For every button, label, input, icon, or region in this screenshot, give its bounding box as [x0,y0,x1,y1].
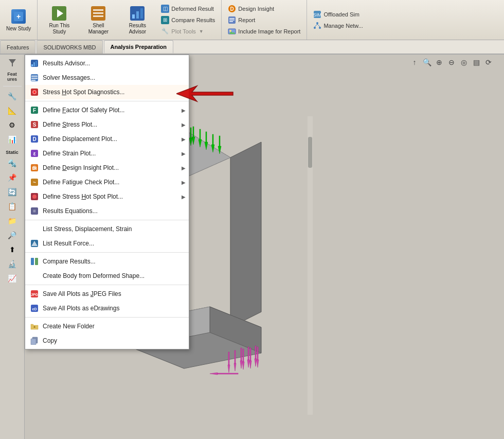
svg-point-24 [314,27,316,29]
view-icon-2[interactable]: 🔍 [422,57,432,67]
sidebar-icon-13[interactable]: 📈 [3,272,22,285]
view-icon-7[interactable]: ⟳ [483,57,494,67]
svg-rect-94 [206,132,207,142]
define-stress-label: Define Stress Plot... [43,121,97,128]
sidebar-icon-7[interactable]: 🔄 [3,186,22,198]
deformed-result-button[interactable]: ◫ Deformed Result [158,4,218,14]
include-image-button[interactable]: Include Image for Report [225,26,303,37]
view-icon-5[interactable]: ◎ [459,57,469,67]
menu-save-jpeg[interactable]: JPG Save All Plots as JPEG Files [25,287,189,301]
define-displacement-arrow: ▶ [182,136,186,142]
tab-features[interactable]: Features [0,40,35,54]
manage-network-button[interactable]: Manage Netw... [310,21,366,31]
menu-define-design-insight[interactable]: DI Define Design Insight Plot... ▶ [25,161,189,175]
sidebar-icon-12[interactable]: 🔬 [3,258,22,270]
menu-define-strain[interactable]: ε Define Strain Plot... ▶ [25,146,189,161]
results-equations-icon: = [29,206,40,216]
define-strain-arrow: ▶ [182,151,186,156]
menu-define-stress-hotspot[interactable]: Define Stress Hot Spot Plot... ▶ [25,189,189,204]
menu-create-body[interactable]: Create Body from Deformed Shape... [25,269,189,283]
sidebar-icon-6[interactable]: 📌 [3,171,22,184]
manage-network-label: Manage Netw... [323,23,363,29]
svg-text:ε: ε [33,151,36,156]
design-section: D Design Insight Report [222,0,307,40]
menu-define-fatigue[interactable]: ~ Define Fatigue Check Plot... ▶ [25,175,189,189]
shell-manager-label: Shell Manager [83,23,114,35]
sidebar-icon-9[interactable]: 📁 [3,215,22,227]
run-section: Run This Study Shell Manager [38,0,222,40]
design-insight-icon: D [228,5,236,13]
svg-rect-117 [257,347,258,360]
sidebar-icon-4[interactable]: 📊 [3,133,22,146]
solver-messages-icon [29,73,40,83]
shell-manager-button[interactable]: Shell Manager [80,3,117,37]
view-icon-3[interactable]: ⊕ [434,57,444,67]
menu-list-result-force[interactable]: List Result Force... [25,236,189,251]
svg-marker-122 [234,363,236,371]
menu-compare-results[interactable]: Compare Results... [25,254,189,269]
menu-define-factor-safety[interactable]: F Define Factor Of Safety Plot... ▶ [25,103,189,117]
create-body-icon [29,271,40,281]
sidebar-icon-11[interactable]: ⬆ [3,243,22,256]
tab-solidworks-mbd-label: SOLIDWORKS MBD [43,44,96,50]
create-folder-icon: + [29,321,40,331]
top-right-icons: ↑ 🔍 ⊕ ⊖ ◎ ▤ ⟳ [409,57,494,67]
run-study-button[interactable]: Run This Study [41,3,78,37]
sidebar-icon-10[interactable]: 🔎 [3,229,22,241]
sim-section: SIM Offloaded Sim Manage Netw... [307,0,369,40]
svg-rect-109 [248,347,249,360]
compare-results-button[interactable]: ⊞ Compare Results [158,15,218,25]
svg-rect-7 [93,15,103,17]
sidebar-icon-3[interactable]: ⚙ [3,119,22,131]
svg-text:SIM: SIM [313,12,321,17]
menu-define-displacement[interactable]: D Define Displacement Plot... ▶ [25,132,189,146]
sidebar-icon-5[interactable]: 🔩 [3,157,22,169]
svg-text:F: F [33,108,36,113]
run-study-icon [51,5,67,22]
new-study-label: New Study [6,26,31,32]
sidebar-icon-1[interactable]: 🔧 [3,90,22,102]
svg-marker-69 [230,142,261,327]
view-icon-4[interactable]: ⊖ [446,57,457,67]
create-body-label: Create Body from Deformed Shape... [43,272,145,279]
menu-create-folder[interactable]: + Create New Folder [25,319,189,333]
svg-rect-31 [33,62,35,66]
plot-tools-button[interactable]: 🔧 Plot Tools ▼ [158,26,218,37]
menu-copy[interactable]: Copy [25,333,189,348]
svg-marker-114 [242,362,244,370]
sidebar-filter-icon[interactable] [3,57,22,69]
svg-rect-90 [193,127,194,137]
menu-save-edrawings[interactable]: eD Save All Plots as eDrawings [25,301,189,315]
svg-text:DI: DI [32,166,37,171]
stress-hotspot-label: Stress Hot Spot Diagnostics... [43,89,124,96]
shell-manager-icon [90,5,106,22]
view-icon-6[interactable]: ▤ [471,57,481,67]
menu-define-stress[interactable]: S Define Stress Plot... ▶ [25,117,189,132]
sidebar-icon-2[interactable]: 📐 [3,104,22,117]
design-insight-button[interactable]: D Design Insight [225,4,303,14]
menu-list-stress[interactable]: List Stress, Displacement, Strain [25,222,189,236]
report-button[interactable]: Report [225,15,303,25]
svg-marker-118 [257,360,259,367]
menu-results-equations[interactable]: = Results Equations... [25,204,189,218]
tab-analysis-preparation[interactable]: Analysis Preparation [104,40,173,54]
factor-safety-label: Define Factor Of Safety Plot... [43,107,124,114]
menu-results-advisor[interactable]: Results Advisor... [25,56,189,71]
offloaded-sim-button[interactable]: SIM Offloaded Sim [310,9,366,20]
svg-rect-11 [140,8,143,19]
toolbar: + New Study Run This Study [0,0,504,40]
svg-rect-34 [31,76,38,77]
define-strain-label: Define Strain Plot... [43,150,96,157]
plot-tools-icon: 🔧 [161,27,169,36]
menu-solver-messages[interactable]: Solver Messages... [25,71,189,85]
compare-icon: ⊞ [161,16,169,24]
tab-solidworks-mbd[interactable]: SOLIDWORKS MBD [37,40,102,54]
sidebar-icon-8[interactable]: 📋 [3,200,22,213]
new-study-button[interactable]: + New Study [3,6,34,34]
results-advisor-button[interactable]: Results Advisor [119,3,156,37]
menu-stress-hotspot[interactable]: Stress Hot Spot Diagnostics... [25,85,189,99]
svg-rect-115 [250,348,251,361]
save-jpeg-label: Save All Plots as JPEG Files [43,290,121,297]
view-icon-1[interactable]: ↑ [409,57,420,67]
define-displacement-icon: D [29,134,40,144]
